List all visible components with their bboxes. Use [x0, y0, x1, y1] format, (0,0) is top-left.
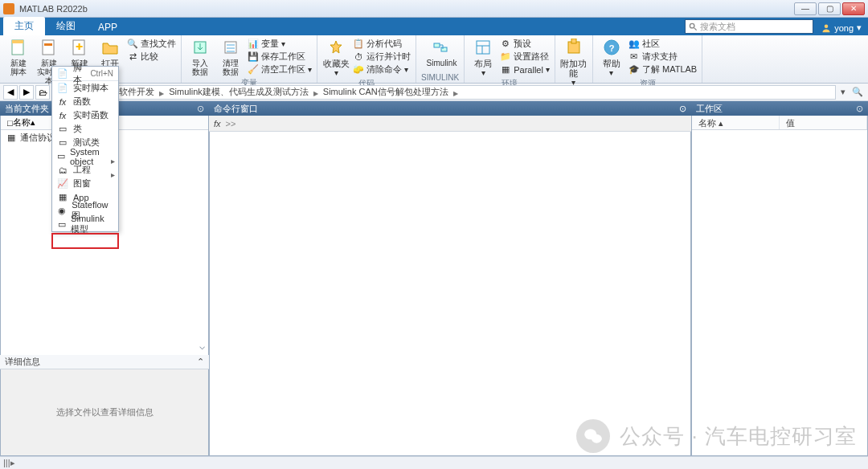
test-class-icon: ▭	[57, 137, 68, 149]
menu-item-function[interactable]: fx函数	[52, 95, 118, 108]
variable-button[interactable]: 📊变量 ▾	[248, 38, 312, 50]
import-data-button[interactable]: 导入数据	[186, 37, 214, 76]
fx-bar[interactable]: fx>>	[209, 116, 691, 132]
doc-search-input[interactable]: 搜索文档	[685, 19, 813, 34]
command-window-title: 命令行窗口⊙	[209, 101, 691, 116]
svg-rect-17	[571, 39, 576, 43]
path-search-icon[interactable]: 🔍	[850, 85, 865, 100]
clear-commands-button[interactable]: 🧽清除命令 ▾	[353, 63, 411, 75]
project-icon: 🗂	[57, 165, 68, 176]
simulink-model-icon: ▭	[57, 219, 66, 230]
request-support-button[interactable]: ✉请求支持	[628, 51, 697, 63]
menu-item-script[interactable]: 📄脚本Ctrl+N	[52, 67, 118, 81]
toolstrip-tabs: 主页 绘图 APP 搜索文档 yong ▾	[0, 18, 868, 35]
ws-column-value[interactable]: 值	[780, 116, 867, 129]
menu-item-simulink-model[interactable]: ▭Simulink 模型	[52, 218, 118, 231]
workspace-title: 工作区⊙	[691, 101, 868, 116]
svg-point-2	[825, 24, 829, 28]
minimize-button[interactable]: —	[794, 2, 817, 15]
svg-rect-13	[477, 41, 489, 54]
clear-workspace-button[interactable]: 🧹清空工作区 ▾	[248, 63, 312, 75]
live-function-icon: fx	[57, 110, 68, 121]
class-icon: ▭	[57, 124, 68, 135]
user-menu[interactable]: yong ▾	[818, 22, 868, 35]
panel-menu-icon[interactable]: ⊙	[197, 104, 204, 114]
panel-menu-icon[interactable]: ⊙	[679, 104, 686, 114]
expand-icon[interactable]: ⌵	[199, 341, 205, 352]
search-icon	[689, 22, 698, 31]
ws-column-name[interactable]: 名称 ▴	[692, 116, 780, 129]
svg-text:?: ?	[609, 43, 615, 53]
help-button[interactable]: ?帮助▾	[598, 37, 625, 77]
svg-point-0	[690, 23, 695, 28]
breadcrumb-item[interactable]: Simulink建模、代码生成及测试方法	[169, 86, 309, 98]
svg-rect-4	[12, 40, 23, 43]
workspace-panel: 名称 ▴ 值	[691, 116, 868, 456]
preferences-button[interactable]: ⚙预设	[500, 38, 550, 50]
compare-button[interactable]: ⇄比较	[127, 51, 176, 63]
nav-fwd-button[interactable]: ▶	[19, 85, 34, 100]
maximize-button[interactable]: ▢	[818, 2, 841, 15]
community-button[interactable]: 👥社区	[628, 38, 697, 50]
panel-menu-icon[interactable]: ⊙	[856, 104, 863, 114]
excel-file-icon: ▦	[7, 133, 15, 143]
script-icon: 📄	[57, 68, 68, 80]
stateflow-icon: ◉	[57, 206, 67, 217]
new-script-button[interactable]: 新建脚本	[5, 37, 32, 76]
details-panel: 选择文件以查看详细信息	[0, 369, 209, 456]
nav-up-button[interactable]: 🗁	[35, 85, 50, 100]
layout-button[interactable]: 布局▾	[469, 37, 497, 77]
details-title[interactable]: 详细信息⌃	[0, 355, 209, 369]
menu-item-figure[interactable]: 📈图窗	[52, 177, 118, 190]
svg-rect-5	[43, 40, 54, 55]
live-script-icon: 📄	[57, 83, 68, 94]
learn-matlab-button[interactable]: 🎓了解 MATLAB	[628, 63, 697, 75]
svg-rect-6	[44, 43, 52, 46]
svg-rect-11	[434, 43, 440, 47]
figure-icon: 📈	[57, 178, 68, 190]
run-timer-button[interactable]: ⏱运行并计时	[353, 51, 411, 63]
save-workspace-button[interactable]: 💾保存工作区	[248, 51, 312, 63]
menu-item-live-function[interactable]: fx实时函数	[52, 108, 118, 122]
nav-back-button[interactable]: ◀	[3, 85, 18, 100]
window-title: MATLAB R2022b	[19, 4, 794, 14]
menu-item-system-object[interactable]: ▭System object	[52, 149, 118, 163]
favorites-button[interactable]: 收藏夹▾	[322, 37, 350, 77]
find-files-button[interactable]: 🔍查找文件	[127, 38, 176, 50]
svg-text:✚: ✚	[76, 42, 83, 51]
addons-button[interactable]: 附加功能▾	[560, 37, 588, 87]
simulink-button[interactable]: Simulink	[427, 37, 454, 67]
svg-rect-12	[441, 47, 447, 51]
svg-line-1	[694, 27, 697, 30]
parallel-button[interactable]: ▦Parallel ▾	[500, 63, 550, 75]
command-window-body[interactable]	[209, 132, 691, 456]
ribbon: 新建脚本 新建实时脚本 ✚新建▾ 打开▾ 🔍查找文件 ⇄比较 文件 导入数据 清…	[0, 35, 868, 84]
menu-item-project[interactable]: 🗂工程	[52, 163, 118, 177]
system-object-icon: ▭	[57, 151, 65, 162]
set-path-button[interactable]: 📁设置路径	[500, 51, 550, 63]
matlab-logo-icon	[3, 3, 14, 14]
menu-item-class[interactable]: ▭类	[52, 122, 118, 136]
titlebar: MATLAB R2022b — ▢ ✕	[0, 0, 868, 18]
new-dropdown-menu: 📄脚本Ctrl+N 📄实时脚本 fx函数 fx实时函数 ▭类 ▭测试类 ▭Sys…	[51, 66, 119, 232]
tab-home[interactable]: 主页	[3, 17, 45, 35]
breadcrumb-item[interactable]: Simulink CAN信号解包处理方法	[323, 86, 448, 98]
path-dropdown[interactable]: ▾	[837, 87, 849, 97]
app-icon: ▦	[57, 192, 68, 203]
close-button[interactable]: ✕	[842, 2, 865, 15]
clean-data-button[interactable]: 清理数据	[217, 37, 244, 76]
address-bar: ◀ ▶ 🗁 🗀 VCU应用软件开发 Simulink建模、代码生成及测试方法 S…	[0, 84, 868, 101]
user-icon	[821, 23, 831, 33]
breadcrumb[interactable]: VCU应用软件开发 Simulink建模、代码生成及测试方法 Simulink …	[68, 85, 836, 100]
function-icon: fx	[57, 96, 68, 108]
status-bar: |||▸	[0, 456, 868, 469]
tab-app[interactable]: APP	[87, 19, 129, 35]
menu-item-live-script[interactable]: 📄实时脚本	[52, 81, 118, 95]
tab-plot[interactable]: 绘图	[45, 17, 87, 35]
analyze-code-button[interactable]: 📋分析代码	[353, 38, 411, 50]
